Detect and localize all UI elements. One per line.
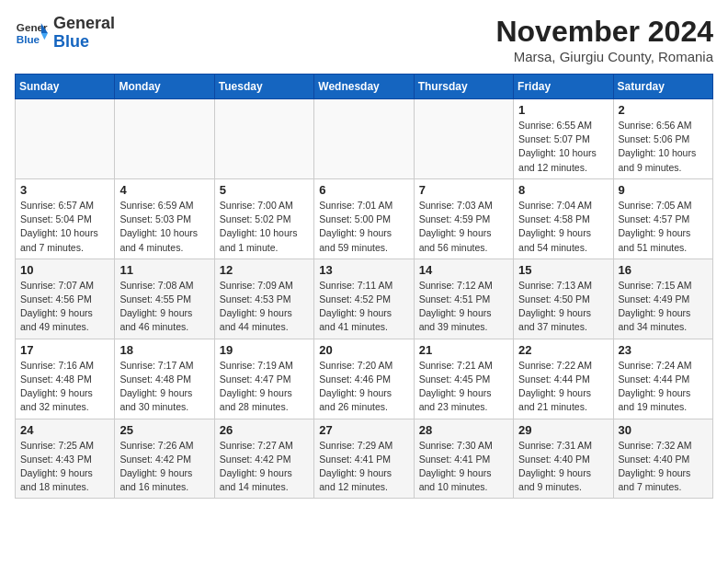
day-number: 10 (20, 263, 109, 277)
calendar-cell (314, 99, 414, 179)
calendar-cell: 27Sunrise: 7:29 AM Sunset: 4:41 PM Dayli… (314, 419, 414, 499)
calendar-cell: 7Sunrise: 7:03 AM Sunset: 4:59 PM Daylig… (414, 178, 513, 259)
logo: General Blue GeneralBlue (15, 15, 115, 52)
day-number: 30 (619, 423, 708, 437)
calendar-week-2: 3Sunrise: 6:57 AM Sunset: 5:04 PM Daylig… (16, 178, 713, 259)
day-info: Sunrise: 7:01 AM Sunset: 5:00 PM Dayligh… (319, 199, 408, 255)
calendar-cell: 18Sunrise: 7:17 AM Sunset: 4:48 PM Dayli… (115, 339, 214, 419)
day-number: 17 (20, 343, 109, 357)
day-info: Sunrise: 7:29 AM Sunset: 4:41 PM Dayligh… (319, 439, 408, 495)
calendar-week-4: 17Sunrise: 7:16 AM Sunset: 4:48 PM Dayli… (16, 339, 713, 419)
day-info: Sunrise: 7:27 AM Sunset: 4:42 PM Dayligh… (220, 439, 309, 495)
day-number: 4 (119, 183, 209, 197)
calendar-cell: 21Sunrise: 7:21 AM Sunset: 4:45 PM Dayli… (414, 339, 513, 419)
day-info: Sunrise: 7:31 AM Sunset: 4:40 PM Dayligh… (518, 439, 608, 495)
day-info: Sunrise: 7:11 AM Sunset: 4:52 PM Dayligh… (319, 279, 408, 335)
day-number: 3 (20, 183, 109, 197)
day-number: 8 (518, 183, 608, 197)
day-number: 22 (518, 343, 608, 357)
calendar-cell: 4Sunrise: 6:59 AM Sunset: 5:03 PM Daylig… (115, 178, 214, 259)
day-info: Sunrise: 7:04 AM Sunset: 4:58 PM Dayligh… (518, 199, 608, 255)
day-info: Sunrise: 7:17 AM Sunset: 4:48 PM Dayligh… (119, 359, 209, 415)
calendar-cell: 16Sunrise: 7:15 AM Sunset: 4:49 PM Dayli… (613, 259, 712, 339)
day-number: 26 (220, 423, 309, 437)
day-info: Sunrise: 7:20 AM Sunset: 4:46 PM Dayligh… (319, 359, 408, 415)
calendar-week-3: 10Sunrise: 7:07 AM Sunset: 4:56 PM Dayli… (16, 259, 713, 339)
day-info: Sunrise: 7:08 AM Sunset: 4:55 PM Dayligh… (119, 279, 209, 335)
calendar-cell: 10Sunrise: 7:07 AM Sunset: 4:56 PM Dayli… (16, 259, 115, 339)
title-area: November 2024 Marsa, Giurgiu County, Rom… (495, 15, 713, 64)
calendar-cell: 3Sunrise: 6:57 AM Sunset: 5:04 PM Daylig… (16, 178, 115, 259)
logo-text: GeneralBlue (53, 15, 115, 52)
day-number: 13 (319, 263, 408, 277)
day-info: Sunrise: 7:25 AM Sunset: 4:43 PM Dayligh… (20, 439, 109, 495)
svg-marker-3 (41, 33, 48, 40)
calendar-cell: 24Sunrise: 7:25 AM Sunset: 4:43 PM Dayli… (16, 419, 115, 499)
calendar-week-5: 24Sunrise: 7:25 AM Sunset: 4:43 PM Dayli… (16, 419, 713, 499)
logo-icon: General Blue (15, 17, 48, 50)
weekday-sunday: Sunday (16, 75, 115, 99)
calendar-cell: 2Sunrise: 6:56 AM Sunset: 5:06 PM Daylig… (613, 99, 712, 179)
calendar-cell: 17Sunrise: 7:16 AM Sunset: 4:48 PM Dayli… (16, 339, 115, 419)
day-info: Sunrise: 6:55 AM Sunset: 5:07 PM Dayligh… (518, 119, 608, 175)
calendar-cell: 8Sunrise: 7:04 AM Sunset: 4:58 PM Daylig… (514, 178, 613, 259)
day-info: Sunrise: 6:57 AM Sunset: 5:04 PM Dayligh… (20, 199, 109, 255)
calendar-cell: 26Sunrise: 7:27 AM Sunset: 4:42 PM Dayli… (214, 419, 313, 499)
weekday-saturday: Saturday (613, 75, 712, 99)
weekday-thursday: Thursday (414, 75, 513, 99)
calendar-cell (414, 99, 513, 179)
calendar-cell: 28Sunrise: 7:30 AM Sunset: 4:41 PM Dayli… (414, 419, 513, 499)
weekday-monday: Monday (115, 75, 214, 99)
day-info: Sunrise: 7:13 AM Sunset: 4:50 PM Dayligh… (518, 279, 608, 335)
day-number: 5 (220, 183, 309, 197)
calendar-cell: 20Sunrise: 7:20 AM Sunset: 4:46 PM Dayli… (314, 339, 414, 419)
day-info: Sunrise: 7:30 AM Sunset: 4:41 PM Dayligh… (419, 439, 508, 495)
calendar-cell: 25Sunrise: 7:26 AM Sunset: 4:42 PM Dayli… (115, 419, 214, 499)
calendar-cell: 23Sunrise: 7:24 AM Sunset: 4:44 PM Dayli… (613, 339, 712, 419)
calendar-cell: 6Sunrise: 7:01 AM Sunset: 5:00 PM Daylig… (314, 178, 414, 259)
calendar-cell (115, 99, 214, 179)
day-info: Sunrise: 7:05 AM Sunset: 4:57 PM Dayligh… (619, 199, 708, 255)
calendar-cell: 9Sunrise: 7:05 AM Sunset: 4:57 PM Daylig… (613, 178, 712, 259)
day-info: Sunrise: 7:32 AM Sunset: 4:40 PM Dayligh… (619, 439, 708, 495)
weekday-friday: Friday (514, 75, 613, 99)
day-number: 23 (619, 343, 708, 357)
day-number: 20 (319, 343, 408, 357)
day-info: Sunrise: 6:56 AM Sunset: 5:06 PM Dayligh… (619, 119, 708, 175)
calendar-cell: 13Sunrise: 7:11 AM Sunset: 4:52 PM Dayli… (314, 259, 414, 339)
weekday-tuesday: Tuesday (214, 75, 313, 99)
weekday-wednesday: Wednesday (314, 75, 414, 99)
day-number: 25 (119, 423, 209, 437)
month-title: November 2024 (495, 15, 713, 49)
day-info: Sunrise: 7:21 AM Sunset: 4:45 PM Dayligh… (419, 359, 508, 415)
day-info: Sunrise: 7:26 AM Sunset: 4:42 PM Dayligh… (119, 439, 209, 495)
day-number: 9 (619, 183, 708, 197)
day-info: Sunrise: 6:59 AM Sunset: 5:03 PM Dayligh… (119, 199, 209, 255)
weekday-header: SundayMondayTuesdayWednesdayThursdayFrid… (16, 75, 713, 99)
day-info: Sunrise: 7:00 AM Sunset: 5:02 PM Dayligh… (220, 199, 309, 255)
day-info: Sunrise: 7:24 AM Sunset: 4:44 PM Dayligh… (619, 359, 708, 415)
day-info: Sunrise: 7:09 AM Sunset: 4:53 PM Dayligh… (220, 279, 309, 335)
location-title: Marsa, Giurgiu County, Romania (495, 49, 713, 64)
day-number: 2 (619, 103, 708, 117)
day-number: 21 (419, 343, 508, 357)
day-number: 11 (119, 263, 209, 277)
day-info: Sunrise: 7:12 AM Sunset: 4:51 PM Dayligh… (419, 279, 508, 335)
day-number: 18 (119, 343, 209, 357)
calendar-cell: 30Sunrise: 7:32 AM Sunset: 4:40 PM Dayli… (613, 419, 712, 499)
calendar-body: 1Sunrise: 6:55 AM Sunset: 5:07 PM Daylig… (16, 99, 713, 499)
calendar-week-1: 1Sunrise: 6:55 AM Sunset: 5:07 PM Daylig… (16, 99, 713, 179)
calendar-cell: 19Sunrise: 7:19 AM Sunset: 4:47 PM Dayli… (214, 339, 313, 419)
day-info: Sunrise: 7:19 AM Sunset: 4:47 PM Dayligh… (220, 359, 309, 415)
calendar-cell: 22Sunrise: 7:22 AM Sunset: 4:44 PM Dayli… (514, 339, 613, 419)
day-number: 7 (419, 183, 508, 197)
day-number: 16 (619, 263, 708, 277)
day-number: 1 (518, 103, 608, 117)
day-info: Sunrise: 7:03 AM Sunset: 4:59 PM Dayligh… (419, 199, 508, 255)
calendar-cell: 5Sunrise: 7:00 AM Sunset: 5:02 PM Daylig… (214, 178, 313, 259)
day-number: 19 (220, 343, 309, 357)
calendar-cell (214, 99, 313, 179)
calendar-cell: 15Sunrise: 7:13 AM Sunset: 4:50 PM Dayli… (514, 259, 613, 339)
day-number: 28 (419, 423, 508, 437)
calendar-cell: 12Sunrise: 7:09 AM Sunset: 4:53 PM Dayli… (214, 259, 313, 339)
